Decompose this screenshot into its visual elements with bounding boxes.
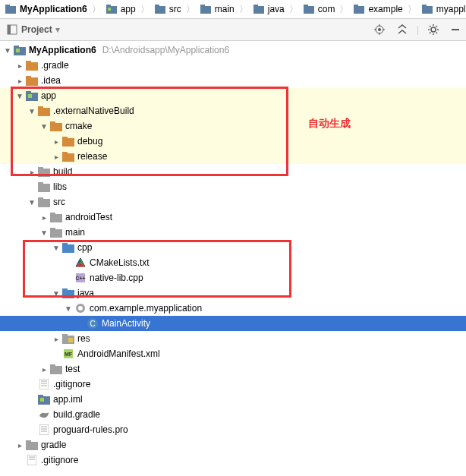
collapse-arrow-icon[interactable]: ▸ (39, 364, 49, 374)
folder-grey-icon (38, 181, 50, 193)
annotation-text: 自动生成 (308, 117, 351, 131)
expand-arrow-icon[interactable]: ▼ (52, 243, 61, 252)
manifest-icon: MF (62, 348, 74, 360)
tree-label: java (77, 288, 94, 298)
tree-label: main (65, 227, 85, 238)
gradle-file-icon (38, 408, 50, 421)
tree-label: AndroidManifest.xml (77, 348, 160, 359)
svg-line-34 (430, 33, 431, 34)
collapse-arrow-icon[interactable]: ▸ (27, 167, 36, 176)
tree-item-java[interactable]: ▼ java (0, 285, 466, 301)
tree-item-idea[interactable]: ▸ .idea (0, 73, 466, 88)
svg-rect-16 (422, 5, 427, 8)
svg-rect-48 (38, 106, 43, 109)
expand-arrow-icon[interactable]: ▼ (27, 106, 36, 115)
tree-item-package[interactable]: ▼ com.example.myapplication (0, 301, 466, 316)
breadcrumb-example[interactable]: example (351, 3, 404, 15)
module-folder-icon (14, 44, 26, 56)
collapse-arrow-icon[interactable]: ▸ (15, 61, 24, 70)
dropdown-arrow-icon: ▾ (55, 24, 60, 35)
tree-item-src[interactable]: ▼ src (0, 194, 466, 210)
svg-text:MF: MF (65, 351, 73, 357)
svg-rect-41 (26, 61, 31, 64)
tree-item-proguard[interactable]: proguard-rules.pro (0, 422, 466, 437)
expand-arrow-icon[interactable]: ▼ (64, 304, 73, 313)
collapse-arrow-icon[interactable]: ▸ (15, 440, 24, 449)
expand-arrow-icon[interactable]: ▼ (39, 228, 49, 237)
breadcrumb-com[interactable]: com (301, 3, 337, 15)
expand-arrow-icon[interactable]: ▼ (15, 91, 24, 100)
expand-arrow-icon[interactable]: ▼ (52, 288, 61, 298)
svg-point-27 (431, 27, 436, 32)
tree-item-gradle-dir[interactable]: ▸ .gradle (0, 58, 466, 73)
svg-rect-38 (14, 46, 19, 49)
breadcrumb-label: src (169, 4, 181, 14)
tree-item-cpp[interactable]: ▼ cpp (0, 240, 466, 255)
folder-icon (303, 3, 315, 15)
tree-label: build.gradle (53, 409, 100, 420)
target-icon[interactable] (371, 23, 388, 36)
breadcrumb-root[interactable]: MyApplication6 (3, 3, 89, 15)
breadcrumb-sep: 〉 (183, 3, 198, 16)
expand-arrow-icon[interactable]: ▼ (39, 121, 49, 131)
tree-label: proguard-rules.pro (53, 424, 128, 435)
tree-item-cmake[interactable]: ▼ cmake (0, 118, 466, 134)
tree-item-buildgradle[interactable]: build.gradle (0, 407, 466, 422)
tree-item-main[interactable]: ▼ main (0, 225, 466, 240)
tree-item-res[interactable]: ▸ res (0, 331, 466, 346)
collapse-arrow-icon[interactable]: ▸ (52, 334, 61, 343)
breadcrumb-app[interactable]: app (104, 3, 137, 15)
tree-item-nativelib[interactable]: C++ native-lib.cpp (0, 270, 466, 285)
breadcrumb-main[interactable]: main (198, 3, 236, 15)
tree-item-gradle[interactable]: ▸ gradle (0, 437, 466, 452)
tree-item-libs[interactable]: libs (0, 179, 466, 194)
expand-arrow-icon[interactable]: ▼ (3, 46, 12, 55)
breadcrumb-java[interactable]: java (251, 3, 286, 15)
breadcrumb-sep: 〉 (137, 3, 153, 16)
tree-label: CMakeLists.txt (90, 257, 150, 268)
expand-arrow-icon[interactable]: ▼ (27, 197, 36, 206)
tree-item-test[interactable]: ▸ test (0, 361, 466, 377)
svg-rect-46 (28, 94, 32, 98)
svg-rect-64 (50, 228, 55, 231)
tree-item-androidtest[interactable]: ▸ androidTest (0, 210, 466, 225)
breadcrumb-sep: 〉 (89, 3, 104, 16)
tree-item-appiml[interactable]: app.iml (0, 392, 466, 407)
tree-label: .gitignore (41, 455, 78, 465)
hide-icon[interactable] (448, 24, 463, 36)
tree-item-release[interactable]: ▸ release (0, 149, 466, 164)
svg-rect-1 (5, 5, 10, 8)
tree-item-gitignore2[interactable]: .gitignore (0, 452, 466, 468)
folder-icon (5, 3, 17, 15)
tree-item-cmakelists[interactable]: CMakeLists.txt (0, 255, 466, 270)
breadcrumb-sep: 〉 (286, 3, 301, 16)
tree-item-manifest[interactable]: MF AndroidManifest.xml (0, 346, 466, 361)
tree-path-hint: D:\Androidsapp\MyApplication6 (102, 45, 229, 55)
tree-item-build[interactable]: ▸ build (0, 164, 466, 179)
collapse-icon[interactable] (394, 23, 411, 36)
tree-item-app[interactable]: ▼ app (0, 88, 466, 103)
tree-root[interactable]: ▼ MyApplication6D:\Androidsapp\MyApplica… (0, 43, 466, 58)
folder-grey-icon (38, 196, 50, 208)
project-view-selector[interactable]: Project ▾ (3, 22, 63, 37)
class-icon: C (87, 317, 99, 329)
collapse-arrow-icon[interactable]: ▸ (52, 137, 61, 146)
gear-icon[interactable] (425, 23, 442, 36)
breadcrumb-myapplication[interactable]: myapplication (420, 3, 466, 15)
tree-item-debug[interactable]: ▸ debug (0, 134, 466, 149)
svg-rect-86 (39, 379, 49, 389)
svg-rect-80 (62, 334, 68, 337)
folder-icon (253, 3, 265, 15)
tree-item-gitignore[interactable]: .gitignore (0, 377, 466, 392)
breadcrumb-src[interactable]: src (153, 3, 183, 15)
text-file-icon (26, 454, 38, 466)
svg-line-33 (436, 33, 438, 34)
tree-item-mainactivity[interactable]: C MainActivity (0, 316, 466, 331)
folder-grey-icon (50, 226, 62, 238)
collapse-arrow-icon[interactable]: ▸ (39, 213, 49, 222)
collapse-arrow-icon[interactable]: ▸ (15, 76, 24, 85)
collapse-arrow-icon[interactable]: ▸ (52, 152, 61, 161)
svg-text:C: C (90, 320, 95, 328)
tree-item-external[interactable]: ▼ .externalNativeBuild (0, 103, 466, 118)
svg-rect-62 (50, 213, 55, 216)
